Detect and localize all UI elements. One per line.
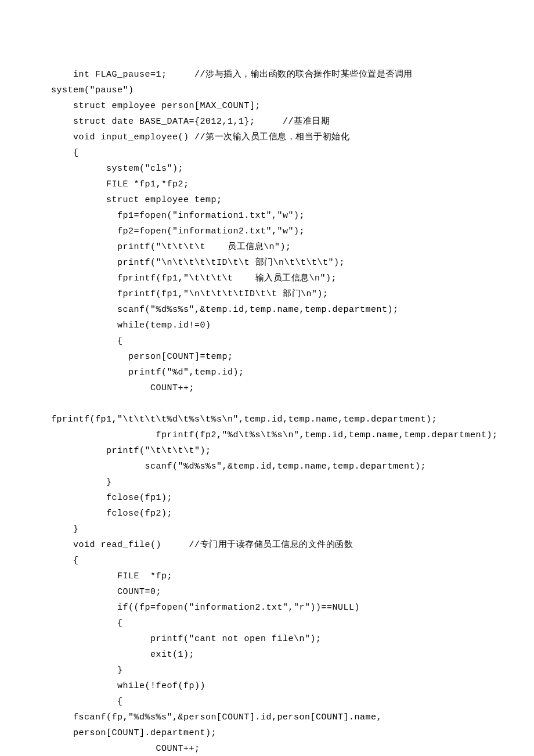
code-line: struct date BASE_DATA={2012,1,1}; //基准日期 bbox=[51, 114, 483, 129]
code-line: fprintf(fp2,"%d\t%s\t%s\n",temp.id,temp.… bbox=[51, 427, 483, 443]
code-line: COUNT++; bbox=[51, 741, 483, 756]
code-line: COUNT++; bbox=[51, 380, 483, 396]
code-line: void read_file() //专门用于读存储员工信息的文件的函数 bbox=[51, 537, 483, 553]
code-line: fprintf(fp1,"\t\t\t\t%d\t%s\t%s\n",temp.… bbox=[51, 412, 483, 427]
code-line: printf("%d",temp.id); bbox=[51, 365, 483, 380]
code-line bbox=[51, 396, 483, 412]
code-line: } bbox=[51, 474, 483, 490]
document-page: int FLAG_pause=1; //涉与插入，输出函数的联合操作时某些位置是… bbox=[0, 0, 534, 756]
code-line: { bbox=[51, 553, 483, 568]
code-line: exit(1); bbox=[51, 647, 483, 663]
code-line: printf("\t\t\t\t 员工信息\n"); bbox=[51, 239, 483, 255]
code-line: person[COUNT].department); bbox=[51, 725, 483, 741]
code-line: FILE *fp; bbox=[51, 568, 483, 584]
code-line: while(!feof(fp)) bbox=[51, 678, 483, 694]
code-line: FILE *fp1,*fp2; bbox=[51, 177, 483, 192]
code-line: printf("cant not open file\n"); bbox=[51, 631, 483, 647]
code-line: system("pause") bbox=[51, 82, 483, 98]
code-line: printf("\n\t\t\t\tID\t\t 部门\n\t\t\t\t"); bbox=[51, 255, 483, 271]
code-line: { bbox=[51, 615, 483, 631]
code-line: fclose(fp1); bbox=[51, 490, 483, 506]
code-line: fscanf(fp,"%d%s%s",&person[COUNT].id,per… bbox=[51, 710, 483, 725]
code-line: fprintf(fp1,"\n\t\t\t\tID\t\t 部门\n"); bbox=[51, 286, 483, 302]
code-line: fprintf(fp1,"\t\t\t\t 输入员工信息\n"); bbox=[51, 271, 483, 286]
code-line: if((fp=fopen("information2.txt","r"))==N… bbox=[51, 600, 483, 615]
code-line: int FLAG_pause=1; //涉与插入，输出函数的联合操作时某些位置是… bbox=[51, 67, 483, 82]
code-line: struct employee person[MAX_COUNT]; bbox=[51, 98, 483, 114]
code-line: system("cls"); bbox=[51, 161, 483, 177]
code-line: printf("\t\t\t\t"); bbox=[51, 443, 483, 459]
code-line: } bbox=[51, 663, 483, 678]
code-line: void input_employee() //第一次输入员工信息，相当于初始化 bbox=[51, 129, 483, 145]
code-line: scanf("%d%s%s",&temp.id,temp.name,temp.d… bbox=[51, 302, 483, 318]
code-line: { bbox=[51, 694, 483, 710]
code-line: fclose(fp2); bbox=[51, 506, 483, 521]
code-line: { bbox=[51, 333, 483, 349]
code-line: } bbox=[51, 521, 483, 537]
code-line: fp2=fopen("information2.txt","w"); bbox=[51, 224, 483, 239]
code-line: scanf("%d%s%s",&temp.id,temp.name,temp.d… bbox=[51, 459, 483, 474]
code-line: COUNT=0; bbox=[51, 584, 483, 600]
code-block: int FLAG_pause=1; //涉与插入，输出函数的联合操作时某些位置是… bbox=[51, 67, 483, 756]
code-line: fp1=fopen("information1.txt","w"); bbox=[51, 208, 483, 224]
code-line: person[COUNT]=temp; bbox=[51, 349, 483, 365]
code-line: while(temp.id!=0) bbox=[51, 318, 483, 333]
code-line: { bbox=[51, 145, 483, 161]
code-line: struct employee temp; bbox=[51, 192, 483, 208]
